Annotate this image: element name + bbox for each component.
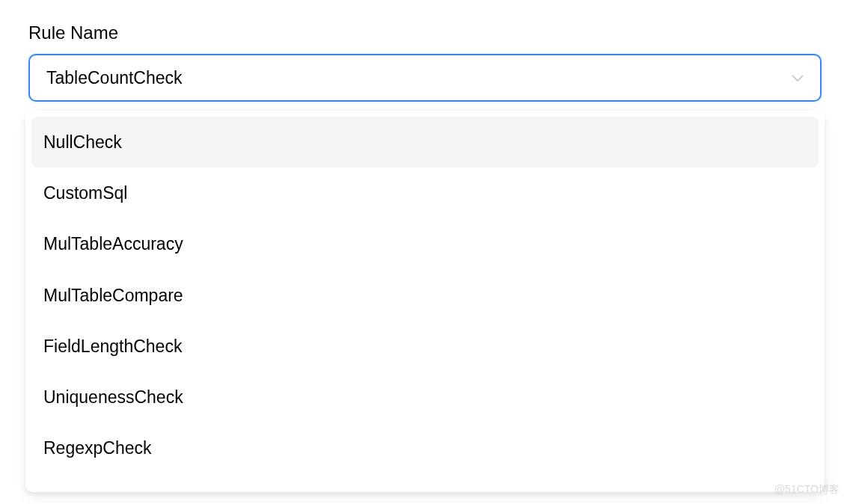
dropdown-option-customsql[interactable]: CustomSql xyxy=(31,168,819,218)
dropdown-option-uniquenesscheck[interactable]: UniquenessCheck xyxy=(31,372,819,422)
watermark: @51CTO博客 xyxy=(774,483,840,497)
dropdown-option-multablecompare[interactable]: MulTableCompare xyxy=(31,270,819,321)
dropdown-list: NullCheck CustomSql MulTableAccuracy Mul… xyxy=(31,117,819,486)
rule-name-select[interactable]: TableCountCheck xyxy=(28,54,822,102)
dropdown-option-fieldlengthcheck[interactable]: FieldLengthCheck xyxy=(31,321,819,372)
dropdown-panel: NullCheck CustomSql MulTableAccuracy Mul… xyxy=(25,111,825,492)
rule-name-label: Rule Name xyxy=(28,22,822,43)
dropdown-option-regexpcheck[interactable]: RegexpCheck xyxy=(31,422,819,473)
rule-name-select-container: TableCountCheck NullCheck CustomSql MulT… xyxy=(28,54,822,102)
select-value: TableCountCheck xyxy=(46,68,183,88)
dropdown-option-multableaccuracy[interactable]: MulTableAccuracy xyxy=(31,218,819,269)
dropdown-option-timelinesscheck[interactable]: TimelinessCheck xyxy=(31,473,819,486)
chevron-down-icon xyxy=(792,72,804,84)
dropdown-option-nullcheck[interactable]: NullCheck xyxy=(31,117,819,168)
